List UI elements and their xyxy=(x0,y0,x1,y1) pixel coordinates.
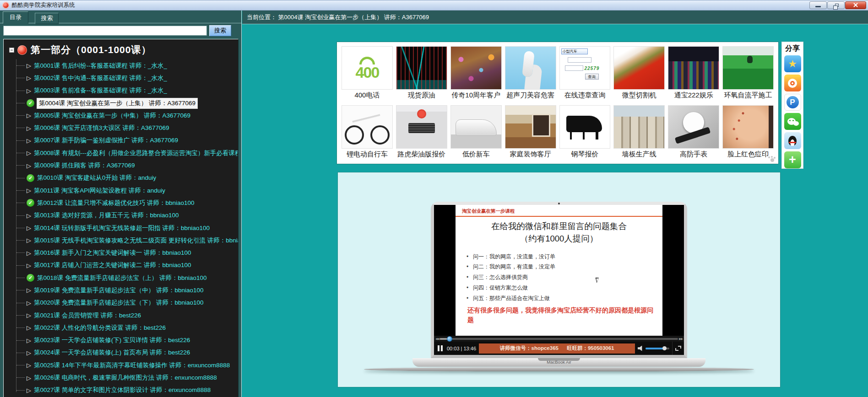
search-input[interactable] xyxy=(3,26,207,36)
search-button[interactable]: 搜索 xyxy=(209,25,231,36)
course-item-0009[interactable]: ▷第0009课 抓住顾客 讲师：A3677069 xyxy=(4,159,238,172)
video-area[interactable]: 淘宝创业赢在第一步课程 在给我的微信和群里留言的问题集合 （约有1000人提问）… xyxy=(434,205,684,336)
ad-label: 锂电动自行车 xyxy=(342,149,393,159)
more-share-icon[interactable]: + xyxy=(784,151,801,168)
play-icon: ▷ xyxy=(27,113,31,118)
course-label: 第0008课 有规划---必盈利（用做企业思路整合资源运营淘宝）新手必看课程 xyxy=(34,149,238,157)
course-item-0006[interactable]: ▷第0006课 淘宝开店谨慎3大误区 讲师：A3677069 xyxy=(4,122,238,134)
ad-item[interactable]: 钢琴报价 xyxy=(559,105,611,160)
ad-item[interactable]: 锂电动自行车 xyxy=(342,105,393,160)
ad-label: 环氧自流平施工 xyxy=(722,90,774,100)
ad-thumbnail xyxy=(722,105,774,149)
volume-slider[interactable] xyxy=(646,348,669,349)
qq-share-icon[interactable] xyxy=(784,132,801,149)
ad-label: 钢琴报价 xyxy=(559,149,611,159)
play-icon: ▷ xyxy=(27,325,31,331)
restore-icon xyxy=(835,4,839,7)
course-item-0027[interactable]: ▷第0027课 简单的文字和图片立体阴影设计 讲师：enxuncom8888 xyxy=(4,384,238,397)
course-label: 第0024课 一天学会店铺装修(上) 首页布局 讲师：best226 xyxy=(34,349,190,357)
ad-item[interactable]: 小型汽车 22579 查询 在线违章查询 xyxy=(559,46,611,101)
ad-item[interactable]: 家庭装饰客厅 xyxy=(505,105,556,160)
play-icon: ▷ xyxy=(27,338,31,343)
play-icon: ▷ xyxy=(27,287,31,293)
course-item-0004-selected[interactable]: ✓第0004课 淘宝创业赢在第一步（上集） 讲师：A3677069 xyxy=(4,97,238,109)
course-label: 第0014课 玩转新版手机淘宝无线装修超一阳指 讲师：bbniao100 xyxy=(34,224,210,232)
ad-item[interactable]: 墙板生产线 xyxy=(613,105,665,160)
tree-root-node[interactable]: 第一部分（0001-1000课） xyxy=(4,40,238,59)
course-item-0011[interactable]: ▷第0011课 淘宝客API网站架设教程 讲师：anduiy xyxy=(4,184,238,197)
app-window: 酷酷商学院卖家培训系统 目录 搜索 搜索 第一部分（0001-1000课） xyxy=(0,0,868,397)
course-label: 第0021课 会员营销管理 讲师：best226 xyxy=(34,311,141,320)
tab-directory[interactable]: 目录 xyxy=(3,11,28,24)
course-item-0008[interactable]: ▷第0008课 有规划---必盈利（用做企业思路整合资源运营淘宝）新手必看课程 xyxy=(4,147,238,159)
ad-item[interactable]: 微型切割机 xyxy=(613,46,665,101)
course-item-0001[interactable]: ▷第0001课 售后纠纷--客服基础课程 讲师：_水水_ xyxy=(4,59,238,72)
course-label: 第0011课 淘宝客API网站架设教程 讲师：anduiy xyxy=(34,187,165,195)
play-icon: ▷ xyxy=(27,125,31,131)
course-item-0002[interactable]: ▷第0002课 售中沟通--客服基础课程 讲师：_水水_ xyxy=(4,72,238,84)
course-item-0021[interactable]: ▷第0021课 会员营销管理 讲师：best226 xyxy=(4,309,238,322)
slide-bullet: 问二：我的网店，有流量，没定单 xyxy=(467,262,656,272)
course-item-0014[interactable]: ▷第0014课 玩转新版手机淘宝无线装修超一阳指 讲师：bbniao100 xyxy=(4,222,238,234)
share-panel: 分享 ★ P + xyxy=(781,42,803,169)
ad-item[interactable]: 400400电话 xyxy=(342,46,393,101)
play-icon: ▷ xyxy=(27,75,31,81)
seek-track[interactable] xyxy=(440,338,678,340)
course-item-0003[interactable]: ▷第0003课 售前准备--客服基础课程 讲师：_水水_ xyxy=(4,85,238,97)
course-item-0017[interactable]: ▷第0017课 店铺入门运营之关键词解读二 讲师：bbniao100 xyxy=(4,259,238,272)
wechat-share-icon[interactable] xyxy=(784,113,801,130)
ad-thumbnail xyxy=(450,46,502,90)
qzone-share-icon[interactable]: ★ xyxy=(784,55,801,72)
seek-thumb[interactable] xyxy=(447,336,452,342)
volume-knob[interactable] xyxy=(662,346,667,350)
course-item-0025[interactable]: ▷第0025课 14年下半年最新高清字幕旺铺装修操作 讲师：enxuncom88… xyxy=(4,359,238,371)
ad-item[interactable]: 通宝222娱乐 xyxy=(668,46,719,101)
ad-thumbnail xyxy=(613,105,665,149)
course-item-0023[interactable]: ▷第0023课 一天学会店铺装修(下) 宝贝详情 讲师：best226 xyxy=(4,334,238,347)
rewind-icon[interactable]: ◀◀ xyxy=(435,337,439,341)
weibo-share-icon[interactable] xyxy=(784,75,801,91)
play-icon: ▷ xyxy=(27,237,31,243)
tab-search[interactable]: 搜索 xyxy=(35,13,59,24)
ad-label: 现货原油 xyxy=(396,90,447,100)
course-label: 第0012课 让流量只增不减标题优化技巧 讲师：bbniao100 xyxy=(37,199,195,207)
course-tree-panel[interactable]: 第一部分（0001-1000课） ▷第0001课 售后纠纷--客服基础课程 讲师… xyxy=(3,39,239,397)
play-icon: ▷ xyxy=(27,63,31,69)
minimize-button[interactable] xyxy=(809,1,827,9)
pause-button[interactable] xyxy=(434,345,446,351)
ad-item[interactable]: 高防手表 xyxy=(668,105,719,160)
course-item-0019[interactable]: ▷第0019课 免费流量新手店铺起步法宝（中） 讲师：bbniao100 xyxy=(4,284,238,296)
course-label: 第0002课 售中沟通--客服基础课程 讲师：_水水_ xyxy=(34,74,167,82)
course-item-0015[interactable]: ▷第0015课 无线手机淘宝装修攻略之无线二级页面 更好转化引流 讲师：bbni… xyxy=(4,234,238,247)
course-item-0016[interactable]: ▷第0016课 新手入门之淘宝关键词解读一 讲师：bbniao100 xyxy=(4,247,238,259)
course-item-0007[interactable]: ▷第0007课 新手防骗一鉴别虚假推广 讲师：A3677069 xyxy=(4,134,238,147)
course-item-0022[interactable]: ▷第0022课 人性化的导航分类设置 讲师：best226 xyxy=(4,322,238,334)
ad-item[interactable]: 环氧自流平施工 xyxy=(722,46,774,101)
ad-item[interactable]: 传奇10周年客户 xyxy=(450,46,502,101)
ad-item[interactable]: 路虎柴油版报价 xyxy=(396,105,447,160)
close-button[interactable] xyxy=(845,1,866,9)
course-item-0024[interactable]: ▷第0024课 一天学会店铺装修(上) 首页布局 讲师：best226 xyxy=(4,347,238,359)
ad-thumbnail xyxy=(559,105,611,149)
play-icon: ▷ xyxy=(27,150,31,156)
ad-item[interactable]: 低价新车 xyxy=(450,105,502,160)
ad-thumbnail xyxy=(396,105,447,149)
course-item-0005[interactable]: ▷第0005课 淘宝创业赢在第一步（中集） 讲师：A3677069 xyxy=(4,109,238,122)
course-item-0010[interactable]: ✓第0010课 淘宝客建站从0开始 讲师：anduiy xyxy=(4,172,238,184)
ad-item[interactable]: 超声刀美容危害 xyxy=(505,46,556,101)
speaker-icon[interactable] xyxy=(638,346,644,351)
course-item-0026[interactable]: ▷第0026课 电商时代，极速掌握几种抠图方法 讲师：enxuncom8888 xyxy=(4,371,238,384)
ads-panel: 400400电话 现货原油 传奇10周年客户 超声刀美容危害 小型汽车 2257… xyxy=(336,42,779,164)
pengyou-share-icon[interactable]: P xyxy=(784,94,801,111)
course-item-0012[interactable]: ✓第0012课 让流量只增不减标题优化技巧 讲师：bbniao100 xyxy=(4,197,238,209)
collapse-expander-icon[interactable] xyxy=(9,48,14,53)
ad-item[interactable]: 现货原油 xyxy=(396,46,447,101)
course-item-0018[interactable]: ✓第0018课 免费流量新手店铺起步法宝（上） 讲师：bbniao100 xyxy=(4,272,238,284)
forward-icon[interactable]: ▶▶ xyxy=(679,337,683,341)
course-item-0013[interactable]: ▷第0013课 选对好货源，月赚五千元 讲师：bbniao100 xyxy=(4,209,238,222)
video-panel: 淘宝创业赢在第一步课程 在给我的微信和群里留言的问题集合 （约有1000人提问）… xyxy=(337,172,781,387)
ad-item[interactable]: 脸上红色痘印 xyxy=(722,105,774,160)
restore-button[interactable] xyxy=(827,1,845,9)
course-item-0020[interactable]: ▷第0020课 免费流量新手店铺起步法宝（下） 讲师：bbniao100 xyxy=(4,297,238,309)
fullscreen-button[interactable] xyxy=(672,342,684,355)
